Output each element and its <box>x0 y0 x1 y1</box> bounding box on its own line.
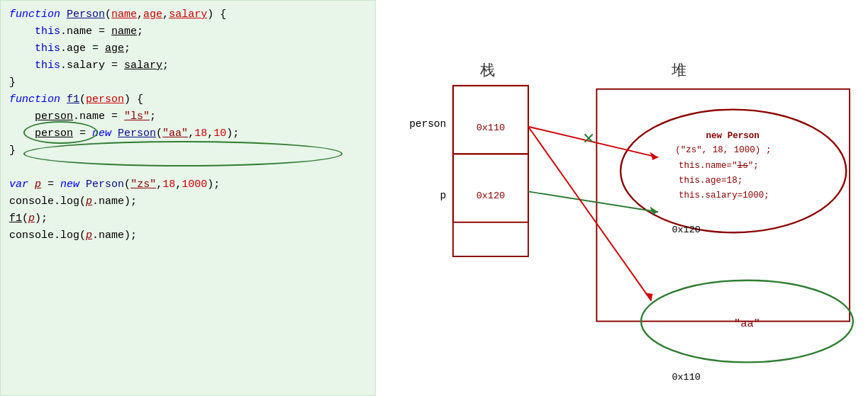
heap-content-line1: new Person <box>706 131 760 141</box>
diagram-panel: 栈 堆 person p 0x110 0x120 new Person ("zs… <box>376 0 868 396</box>
arrow-person-to-aa <box>528 127 652 301</box>
code-line-l12: console.log(p.name); <box>9 193 367 210</box>
arrow-p-to-heap <box>528 191 658 212</box>
code-line-l7: person.name = "ls"; <box>9 108 367 125</box>
stack-label: 栈 <box>479 62 495 79</box>
stack-person-value: 0x110 <box>477 123 505 133</box>
code-line-l8: person = new Person("aa",18,10); <box>9 125 367 142</box>
stack-cell-person <box>453 86 528 154</box>
stack-p-value: 0x120 <box>477 191 505 201</box>
heap-oval-person-zs <box>621 110 846 233</box>
code-line-l3: this.age = age; <box>9 40 367 57</box>
code-line-l5: } <box>9 74 367 91</box>
heap-content-line3: this.name="ls"; <box>679 161 759 171</box>
cross-mark: ✕ <box>583 128 594 149</box>
stack-person-label: person <box>409 118 446 130</box>
code-line-l10 <box>9 159 367 176</box>
code-line-l4: this.salary = salary; <box>9 57 367 74</box>
heap-aa-label: "aa" <box>734 317 760 330</box>
stack-cell-p <box>453 154 528 222</box>
code-line-l6: function f1(person) { <box>9 91 367 108</box>
heap-address-0x120: 0x120 <box>672 225 700 235</box>
heap-address-0x110: 0x110 <box>672 372 700 383</box>
code-line-l2: this.name = name; <box>9 23 367 40</box>
stack-p-label: p <box>440 190 447 201</box>
code-line-l13: f1(p); <box>9 210 367 227</box>
heap-content-line5: this.salary=1000; <box>679 191 769 200</box>
code-line-l14: console.log(p.name); <box>9 227 367 244</box>
code-line-l9: } <box>9 142 367 159</box>
heap-box <box>596 89 850 322</box>
code-panel: function Person(name,age,salary) { this.… <box>0 0 376 396</box>
arrow-person-aa-head <box>645 293 653 301</box>
code-line-l1: function Person(name,age,salary) { <box>9 6 367 23</box>
code-lines: function Person(name,age,salary) { this.… <box>9 6 367 244</box>
heap-content-line2: ("zs", 18, 1000) ; <box>675 145 771 155</box>
heap-label: 堆 <box>671 62 686 79</box>
code-line-l11: var p = new Person("zs",18,1000); <box>9 176 367 193</box>
stack-box <box>453 86 528 256</box>
heap-content-line4: this.age=18; <box>679 176 742 186</box>
diagram-svg: 栈 堆 person p 0x110 0x120 new Person ("zs… <box>383 7 861 389</box>
